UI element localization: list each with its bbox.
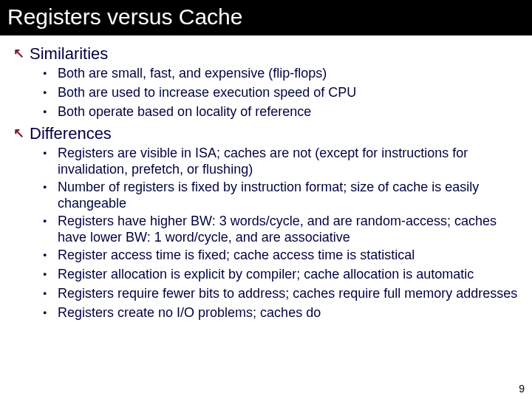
list-item: Registers have higher BW: 3 words/cycle,… [43,213,519,245]
bullet-text: Both operate based on locality of refere… [58,103,311,120]
arrow-icon: ↖ [13,124,30,142]
bullet-text: Registers create no I/O problems; caches… [58,304,321,321]
arrow-icon: ↖ [13,44,30,62]
list-item: Number of registers is fixed by instruct… [43,179,519,211]
bullet-list-similarities: Both are small, fast, and expensive (fli… [43,65,519,121]
page-number: 9 [519,383,525,395]
bullet-icon [43,65,58,83]
list-item: Register access time is fixed; cache acc… [43,247,519,265]
bullet-icon [43,266,58,284]
list-item: Both are small, fast, and expensive (fli… [43,65,519,83]
list-item: Both are used to increase execution spee… [43,84,519,102]
bullet-text: Number of registers is fixed by instruct… [58,179,519,211]
bullet-icon [43,84,58,102]
section-heading: Similarities [30,44,108,64]
bullet-text: Both are used to increase execution spee… [58,84,356,100]
bullet-text: Registers are visible in ISA; caches are… [58,145,519,177]
bullet-icon [43,103,58,121]
slide-content: ↖ Similarities Both are small, fast, and… [0,35,532,322]
bullet-list-differences: Registers are visible in ISA; caches are… [43,145,519,322]
bullet-text: Register access time is fixed; cache acc… [58,247,415,263]
bullet-icon [43,285,58,303]
section-similarities: ↖ Similarities [13,44,519,64]
section-differences: ↖ Differences [13,124,519,143]
section-heading: Differences [30,124,112,143]
bullet-text: Registers require fewer bits to address;… [58,285,517,301]
bullet-icon [43,247,58,265]
bullet-icon [43,304,58,322]
list-item: Register allocation is explicit by compi… [43,266,519,284]
bullet-text: Both are small, fast, and expensive (fli… [58,65,327,81]
list-item: Both operate based on locality of refere… [43,103,519,121]
bullet-icon [43,213,58,231]
bullet-text: Register allocation is explicit by compi… [58,266,474,282]
slide-title: Registers versus Cache [0,0,532,35]
list-item: Registers create no I/O problems; caches… [43,304,519,322]
list-item: Registers are visible in ISA; caches are… [43,145,519,177]
list-item: Registers require fewer bits to address;… [43,285,519,303]
bullet-icon [43,179,58,197]
slide: Registers versus Cache ↖ Similarities Bo… [0,0,532,399]
bullet-text: Registers have higher BW: 3 words/cycle,… [58,213,519,245]
bullet-icon [43,145,58,163]
